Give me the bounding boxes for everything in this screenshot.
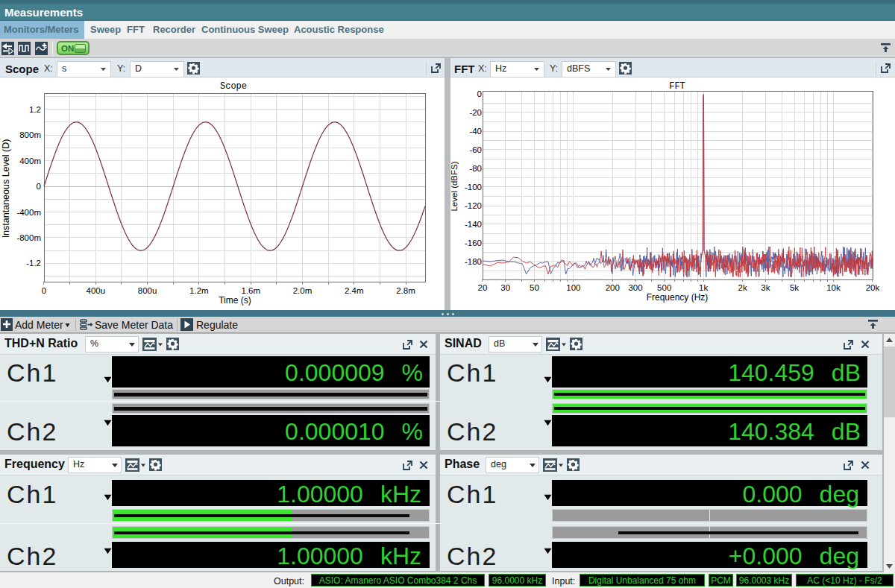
svg-text:5k: 5k bbox=[790, 283, 799, 292]
svg-text:-40: -40 bbox=[469, 127, 482, 136]
svg-text:-120: -120 bbox=[465, 201, 482, 210]
svg-text:Frequency (Hz): Frequency (Hz) bbox=[647, 292, 709, 303]
svg-text:0: 0 bbox=[37, 182, 41, 191]
svg-text:400m: 400m bbox=[19, 157, 41, 165]
svg-text:FFT: FFT bbox=[669, 81, 685, 92]
svg-text:1.2m: 1.2m bbox=[189, 286, 209, 295]
svg-text:100: 100 bbox=[566, 283, 580, 292]
svg-text:800m: 800m bbox=[19, 130, 41, 139]
svg-text:-400m: -400m bbox=[16, 208, 41, 217]
svg-text:-100: -100 bbox=[465, 183, 482, 192]
svg-text:-140: -140 bbox=[465, 220, 482, 229]
svg-text:-1.2: -1.2 bbox=[26, 259, 41, 268]
svg-text:3k: 3k bbox=[761, 283, 770, 292]
svg-text:2k: 2k bbox=[738, 283, 747, 292]
svg-text:1.2: 1.2 bbox=[29, 105, 41, 114]
svg-text:20: 20 bbox=[478, 283, 488, 292]
svg-text:20k: 20k bbox=[866, 283, 880, 292]
svg-text:-160: -160 bbox=[465, 238, 482, 247]
svg-text:2.8m: 2.8m bbox=[396, 286, 415, 295]
svg-text:Scope: Scope bbox=[220, 81, 247, 92]
svg-text:800u: 800u bbox=[138, 286, 157, 295]
svg-text:-20: -20 bbox=[469, 108, 482, 117]
svg-text:0: 0 bbox=[42, 286, 46, 295]
svg-text:Time (s): Time (s) bbox=[219, 295, 251, 306]
svg-text:50: 50 bbox=[530, 283, 539, 292]
svg-text:-180: -180 bbox=[465, 257, 482, 266]
svg-text:1k: 1k bbox=[699, 283, 708, 292]
svg-text:10k: 10k bbox=[826, 283, 841, 292]
svg-text:-60: -60 bbox=[469, 145, 482, 154]
svg-text:300: 300 bbox=[628, 283, 642, 292]
svg-text:400u: 400u bbox=[87, 286, 106, 295]
svg-text:-80: -80 bbox=[469, 164, 482, 173]
svg-text:200: 200 bbox=[606, 283, 620, 292]
svg-text:-800m: -800m bbox=[16, 233, 41, 242]
svg-text:2.4m: 2.4m bbox=[345, 286, 364, 295]
svg-text:500: 500 bbox=[657, 283, 671, 292]
svg-text:0: 0 bbox=[477, 89, 482, 98]
svg-text:Level (dBFS): Level (dBFS) bbox=[450, 161, 459, 211]
svg-text:30: 30 bbox=[500, 283, 510, 292]
svg-text:Instantaneous Level (D): Instantaneous Level (D) bbox=[1, 139, 11, 238]
svg-text:1.6m: 1.6m bbox=[241, 286, 260, 295]
svg-text:2.0m: 2.0m bbox=[293, 286, 313, 295]
